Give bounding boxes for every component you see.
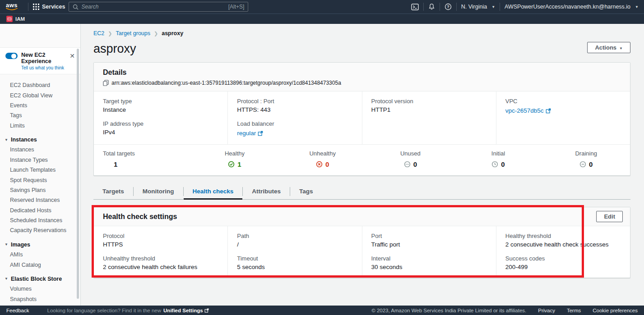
health-check-settings-title: Health check settings (103, 213, 177, 221)
cloudshell-terminal-icon (411, 4, 419, 10)
sidebar-item-scheduled-instances[interactable]: Scheduled Instances (0, 215, 80, 225)
console-footer: Feedback Looking for language selection?… (0, 306, 644, 315)
breadcrumb: EC2 ❯ Target groups ❯ asproxy (93, 30, 630, 37)
sidebar-item-ec2-global-view[interactable]: EC2 Global View (0, 90, 80, 100)
tab-attributes[interactable]: Attributes (243, 184, 290, 199)
edit-button[interactable]: Edit (596, 211, 623, 222)
health-check-settings-card: Health check settings Edit Protocol HTTP… (93, 207, 630, 278)
divider (456, 3, 457, 11)
sidebar-scrollbar[interactable] (77, 49, 79, 299)
clock-icon (491, 161, 498, 168)
sidebar-item-dedicated-hosts[interactable]: Dedicated Hosts (0, 205, 80, 215)
check-circle-icon (228, 161, 235, 168)
unused-count: 0 (366, 160, 454, 168)
breadcrumb-current: asproxy (162, 30, 183, 37)
tab-bar: Targets Monitoring Health checks Attribu… (93, 184, 630, 200)
region-label: N. Virginia (461, 4, 487, 10)
details-grid: Target type Instance IP address type IPv… (94, 91, 630, 144)
new-experience-feedback-link[interactable]: Tell us what you think (21, 65, 66, 70)
account-menu[interactable]: AWSPowerUserAccess/navaneeth.kn@harness.… (505, 4, 639, 10)
sidebar-item-events[interactable]: Events (0, 100, 80, 110)
copyright-text: © 2023, Amazon Web Services India Privat… (371, 308, 526, 313)
favorite-iam-label: IAM (15, 16, 25, 22)
divider (28, 3, 28, 11)
summary-label: Total targets (103, 150, 191, 157)
sidebar-item-amis[interactable]: AMIs (0, 250, 80, 260)
cookie-preferences-link[interactable]: Cookie preferences (593, 308, 638, 313)
sidebar-item-tags[interactable]: Tags (0, 110, 80, 120)
load-balancer-link[interactable]: regular (237, 130, 263, 137)
field-value: HTTPS (103, 241, 221, 248)
new-experience-title: New EC2 Experience (21, 52, 66, 64)
field-value: Traffic port (371, 241, 490, 248)
sidebar-item-snapshots[interactable]: Snapshots (0, 294, 80, 304)
cloudshell-button[interactable] (411, 4, 419, 10)
field-label: VPC (505, 98, 624, 105)
sidebar-item-instance-types[interactable]: Instance Types (0, 155, 80, 165)
sidebar-item-launch-templates[interactable]: Launch Templates (0, 165, 80, 175)
field-label: Unhealthy threshold (103, 255, 221, 262)
field-label: Protocol : Port (237, 98, 355, 105)
summary-label: Initial (454, 150, 542, 157)
vpc-link[interactable]: vpc-2657db5c (505, 107, 551, 114)
details-card: Details arn:aws:elasticloadbalancing:us-… (93, 62, 630, 176)
field-value: 5 seconds (237, 264, 355, 270)
global-search[interactable]: [Alt+S] (69, 2, 248, 12)
aws-smile-icon (5, 8, 18, 11)
terms-link[interactable]: Terms (567, 308, 581, 313)
field-value: / (237, 241, 355, 248)
bell-icon (428, 3, 435, 10)
field-label: Timeout (237, 255, 355, 262)
divider (440, 3, 440, 11)
details-title: Details (103, 68, 621, 77)
sidebar-item-limits[interactable]: Limits (0, 121, 80, 131)
breadcrumb-target-groups[interactable]: Target groups (116, 30, 150, 37)
sidebar-item-spot-requests[interactable]: Spot Requests (0, 175, 80, 185)
feedback-link[interactable]: Feedback (6, 308, 29, 313)
favorites-bar: IAM (0, 14, 644, 24)
chevron-down-icon: ▼ (491, 5, 495, 9)
sidebar-item-ec2-dashboard[interactable]: EC2 Dashboard (0, 80, 80, 90)
services-menu-button[interactable]: Services (33, 4, 65, 10)
search-input[interactable] (81, 4, 225, 10)
tab-tags[interactable]: Tags (290, 184, 322, 199)
aws-console-page: aws Services [Alt+S] (0, 0, 644, 315)
tab-health-checks[interactable]: Health checks (184, 184, 243, 199)
aws-logo[interactable]: aws (5, 3, 18, 11)
x-circle-icon (316, 161, 323, 168)
unified-settings-link[interactable]: Unified Settings (163, 308, 209, 313)
sidebar-item-reserved-instances[interactable]: Reserved Instances (0, 195, 80, 205)
chevron-right-icon: ❯ (154, 31, 158, 37)
breadcrumb-ec2[interactable]: EC2 (93, 30, 104, 37)
language-selection-text: Looking for language selection? Find it … (47, 308, 162, 313)
region-selector[interactable]: N. Virginia ▼ (461, 4, 495, 10)
search-icon (73, 4, 79, 10)
field-value: 200-499 (505, 264, 624, 270)
field-value: 30 seconds (371, 264, 490, 270)
help-button[interactable]: ? (445, 3, 452, 10)
sidebar-section-elastic-block-store[interactable]: ▼ Elastic Block Store (0, 274, 80, 284)
sidebar-item-capacity-reservations[interactable]: Capacity Reservations (0, 225, 80, 235)
account-label: AWSPowerUserAccess/navaneeth.kn@harness.… (505, 4, 630, 10)
favorite-iam-link[interactable]: IAM (6, 16, 25, 22)
sidebar-item-ami-catalog[interactable]: AMI Catalog (0, 260, 80, 269)
actions-button[interactable]: Actions▼ (587, 42, 630, 53)
sidebar-item-volumes[interactable]: Volumes (0, 284, 80, 294)
sidebar-section-images[interactable]: ▼ Images (0, 240, 80, 250)
external-link-icon (546, 108, 551, 114)
question-circle-icon: ? (445, 3, 452, 10)
chevron-down-icon: ▼ (635, 5, 639, 9)
privacy-link[interactable]: Privacy (538, 308, 555, 313)
draining-count: 0 (542, 160, 630, 168)
notifications-button[interactable] (428, 3, 435, 10)
health-check-grid: Protocol HTTPS Unhealthy threshold 2 con… (94, 226, 630, 278)
sidebar-item-savings-plans[interactable]: Savings Plans (0, 185, 80, 195)
sidebar-item-instances[interactable]: Instances (0, 145, 80, 155)
tab-targets[interactable]: Targets (93, 184, 133, 199)
tab-monitoring[interactable]: Monitoring (134, 184, 183, 199)
new-experience-toggle[interactable] (5, 53, 18, 59)
sidebar-section-instances[interactable]: ▼ Instances (0, 135, 80, 145)
top-right-controls: ? N. Virginia ▼ AWSPowerUserAccess/navan… (411, 3, 639, 11)
copy-icon[interactable] (103, 80, 109, 86)
close-icon[interactable]: ✕ (69, 52, 76, 59)
